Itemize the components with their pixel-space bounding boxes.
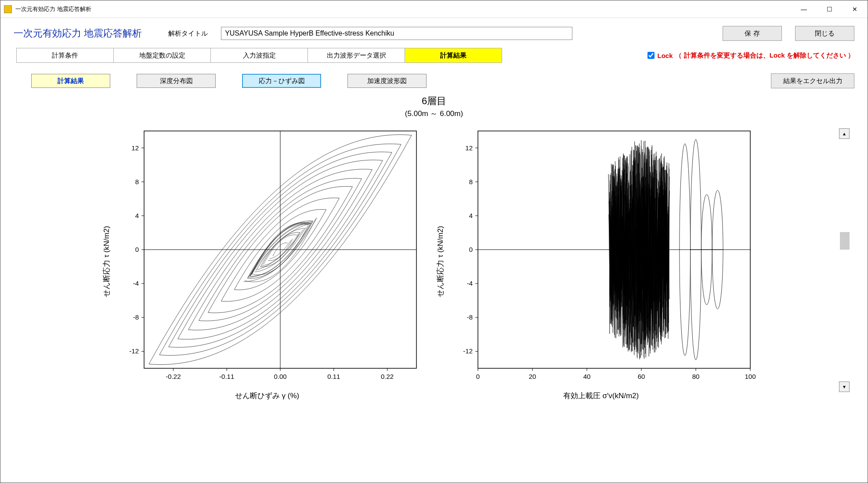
chart1-ylabel: せん断応力 τ (kN/m2) bbox=[101, 226, 112, 297]
lock-note: （ 計算条件を変更する場合は、Lock を解除してください ） bbox=[675, 51, 854, 60]
chart2-svg: 020406080100-12-8-404812 bbox=[443, 122, 759, 386]
header-row: 一次元有効応力 地震応答解析 解析タイトル 保 存 閉じる bbox=[0, 18, 868, 45]
svg-text:-4: -4 bbox=[467, 280, 473, 287]
close-button[interactable]: 閉じる bbox=[795, 26, 854, 41]
subtab-accel-wave[interactable]: 加速度波形図 bbox=[347, 74, 427, 88]
tab-output-wave[interactable]: 出力波形データ選択 bbox=[307, 48, 405, 63]
main-tabs: 計算条件 地盤定数の設定 入力波指定 出力波形データ選択 計算結果 Lock （… bbox=[0, 45, 868, 65]
svg-text:-0.22: -0.22 bbox=[166, 373, 181, 380]
chart-stress-strain: せん断応力 τ (kN/m2) -0.22-0.110.000.110.22-1… bbox=[109, 122, 425, 401]
chart-stress-path: せん断応力 τ (kN/m2) 020406080100-12-8-404812… bbox=[443, 122, 759, 401]
svg-text:0: 0 bbox=[469, 246, 473, 253]
app-heading: 一次元有効応力 地震応答解析 bbox=[14, 27, 142, 40]
close-window-button[interactable]: ✕ bbox=[842, 0, 868, 18]
titlebar: 一次元有効応力 地震応答解析 ― ☐ ✕ bbox=[0, 0, 868, 18]
svg-text:100: 100 bbox=[745, 373, 756, 380]
titlebar-text: 一次元有効応力 地震応答解析 bbox=[15, 5, 91, 13]
svg-text:20: 20 bbox=[529, 373, 536, 380]
svg-text:8: 8 bbox=[135, 178, 139, 185]
subtabs: 計算結果 深度分布図 応力－ひずみ図 加速度波形図 結果をエクセル出力 bbox=[0, 65, 868, 92]
svg-text:0.11: 0.11 bbox=[327, 373, 340, 380]
svg-text:80: 80 bbox=[692, 373, 700, 380]
tab-soil-constants[interactable]: 地盤定数の設定 bbox=[113, 48, 211, 63]
chart-title: 6層目 bbox=[14, 94, 854, 108]
export-excel-button[interactable]: 結果をエクセル出力 bbox=[771, 73, 854, 88]
svg-text:4: 4 bbox=[469, 212, 473, 219]
svg-text:-12: -12 bbox=[129, 347, 139, 355]
tab-results[interactable]: 計算結果 bbox=[405, 48, 502, 63]
lock-label: Lock bbox=[657, 52, 673, 59]
minimize-button[interactable]: ― bbox=[791, 0, 817, 18]
chart-subtitle: (5.00m ～ 6.00m) bbox=[14, 109, 854, 119]
tab-conditions[interactable]: 計算条件 bbox=[16, 48, 114, 63]
svg-text:60: 60 bbox=[638, 373, 645, 380]
analysis-title-input[interactable] bbox=[221, 27, 572, 40]
svg-text:12: 12 bbox=[131, 144, 139, 152]
svg-text:-0.11: -0.11 bbox=[219, 373, 234, 380]
svg-text:40: 40 bbox=[583, 373, 591, 380]
scroll-down-button[interactable]: ▾ bbox=[839, 381, 850, 392]
scroll-up-button[interactable]: ▴ bbox=[839, 128, 850, 139]
svg-text:4: 4 bbox=[135, 212, 139, 219]
svg-text:-8: -8 bbox=[133, 313, 139, 321]
app-icon bbox=[4, 5, 12, 13]
svg-text:0.22: 0.22 bbox=[381, 373, 394, 380]
svg-text:0.00: 0.00 bbox=[274, 373, 286, 380]
scroll-thumb[interactable] bbox=[840, 232, 850, 250]
svg-text:12: 12 bbox=[465, 144, 473, 152]
subtab-depth[interactable]: 深度分布図 bbox=[137, 74, 216, 88]
chart2-ylabel: せん断応力 τ (kN/m2) bbox=[435, 226, 445, 297]
svg-text:0: 0 bbox=[135, 246, 139, 253]
maximize-button[interactable]: ☐ bbox=[817, 0, 842, 18]
svg-text:8: 8 bbox=[469, 178, 473, 185]
subtab-results[interactable]: 計算結果 bbox=[31, 74, 110, 88]
chart1-xlabel: せん断ひずみ γ (%) bbox=[109, 391, 425, 401]
save-button[interactable]: 保 存 bbox=[723, 26, 782, 41]
svg-text:0: 0 bbox=[476, 373, 480, 380]
analysis-title-label: 解析タイトル bbox=[168, 29, 208, 38]
lock-checkbox[interactable] bbox=[647, 52, 655, 59]
chart1-svg: -0.22-0.110.000.110.22-12-8-404812 bbox=[109, 122, 425, 386]
subtab-stress-strain[interactable]: 応力－ひずみ図 bbox=[242, 74, 321, 88]
svg-text:-12: -12 bbox=[463, 347, 473, 355]
content-area: 6層目 (5.00m ～ 6.00m) せん断応力 τ (kN/m2) -0.2… bbox=[0, 92, 868, 483]
tab-input-wave[interactable]: 入力波指定 bbox=[210, 48, 308, 63]
chart2-xlabel: 有効上載圧 σ'v(kN/m2) bbox=[443, 391, 759, 401]
svg-text:-4: -4 bbox=[133, 280, 139, 287]
svg-text:-8: -8 bbox=[467, 313, 473, 321]
